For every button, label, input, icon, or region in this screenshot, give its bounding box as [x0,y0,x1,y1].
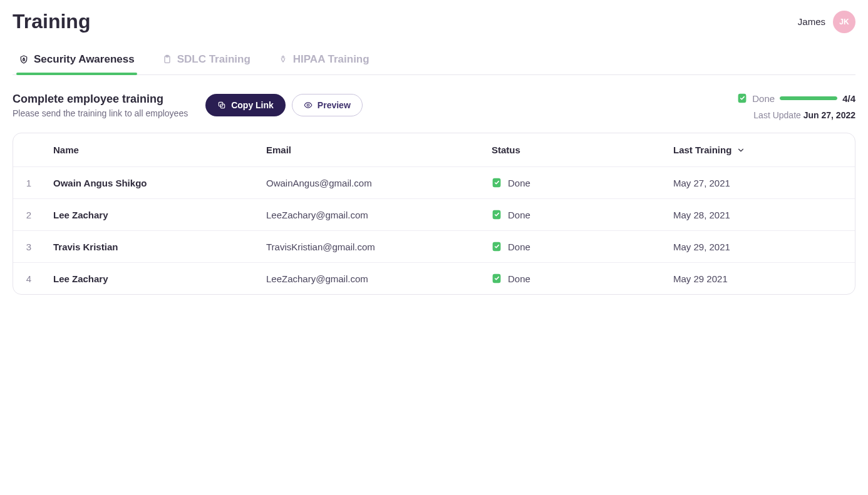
preview-button[interactable]: Preview [292,94,363,116]
last-update: Last Update Jun 27, 2022 [737,110,855,120]
table-row[interactable]: 3 Travis Kristian TravisKristian@gmail.c… [13,231,855,263]
row-status: Done [508,242,530,252]
section-actions: Copy Link Preview [205,94,363,116]
table-header-row: Name Email Status Last Training [13,133,855,167]
tab-label: SDLC Training [177,53,251,66]
row-last-training: May 28, 2021 [664,199,855,231]
row-last-training: May 27, 2021 [664,167,855,199]
header-bar: Training James JK [13,10,855,33]
row-last-training: May 29, 2021 [664,231,855,263]
section-header: Complete employee training Please send t… [13,93,855,120]
table-row[interactable]: 1 Owain Angus Shikgo OwainAngus@gmail.co… [13,167,855,199]
last-update-label: Last Update [753,110,801,120]
tab-label: HIPAA Training [293,53,369,66]
col-header-last-training-label: Last Training [673,145,731,155]
progress-bar [780,96,837,100]
row-name: Owain Angus Shikgo [44,167,257,199]
done-badge-icon [492,273,502,284]
done-badge-icon [492,241,502,252]
col-header-status: Status [492,145,520,155]
col-header-email: Email [266,145,291,155]
progress-fill [780,96,837,100]
section-titles: Complete employee training Please send t… [13,93,188,118]
col-header-name: Name [53,145,79,155]
avatar[interactable]: JK [833,11,855,33]
copy-link-label: Copy Link [231,100,274,110]
table-row[interactable]: 4 Lee Zachary LeeZachary@gmail.com Done … [13,263,855,295]
tab-security-awareness[interactable]: Security Awareness [16,47,137,74]
summary-status-label: Done [752,93,775,104]
section-description: Please send the training link to all emp… [13,108,188,118]
tab-sdlc-training[interactable]: SDLC Training [160,47,253,74]
preview-label: Preview [318,100,351,110]
tab-label: Security Awareness [34,53,135,66]
row-name: Lee Zachary [44,199,257,231]
employee-table: Name Email Status Last Training 1 Owain … [13,133,855,295]
progress-count: 4/4 [842,93,855,104]
medical-icon [278,54,288,64]
section-title: Complete employee training [13,93,188,106]
last-update-value: Jun 27, 2022 [803,110,855,120]
user-name: James [798,16,825,27]
row-index: 2 [13,199,44,231]
tab-bar: Security Awareness SDLC Training HIPAA T… [13,47,855,75]
user-menu[interactable]: James JK [798,11,855,33]
row-name: Travis Kristian [44,231,257,263]
progress-summary: Done 4/4 Last Update Jun 27, 2022 [737,93,855,120]
row-name: Lee Zachary [44,263,257,295]
row-status: Done [508,178,530,188]
row-index: 1 [13,167,44,199]
row-status: Done [508,210,530,220]
svg-point-5 [307,104,309,106]
row-email: LeeZachary@gmail.com [257,199,483,231]
row-index: 4 [13,263,44,295]
done-badge-icon [492,177,502,188]
clipboard-icon [162,54,172,64]
col-header-last-training[interactable]: Last Training [673,145,745,155]
row-index: 3 [13,231,44,263]
copy-link-button[interactable]: Copy Link [205,94,286,116]
tab-hipaa-training[interactable]: HIPAA Training [276,47,372,74]
eye-icon [304,101,313,110]
table-row[interactable]: 2 Lee Zachary LeeZachary@gmail.com Done … [13,199,855,231]
row-email: LeeZachary@gmail.com [257,263,483,295]
chevron-down-icon [736,146,745,155]
copy-icon [217,101,226,110]
row-status: Done [508,273,530,284]
row-email: TravisKristian@gmail.com [257,231,483,263]
page-title: Training [13,10,90,33]
done-badge-icon [492,209,502,220]
done-badge-icon [737,93,747,104]
shield-lock-icon [19,54,29,64]
row-email: OwainAngus@gmail.com [257,167,483,199]
row-last-training: May 29 2021 [664,263,855,295]
